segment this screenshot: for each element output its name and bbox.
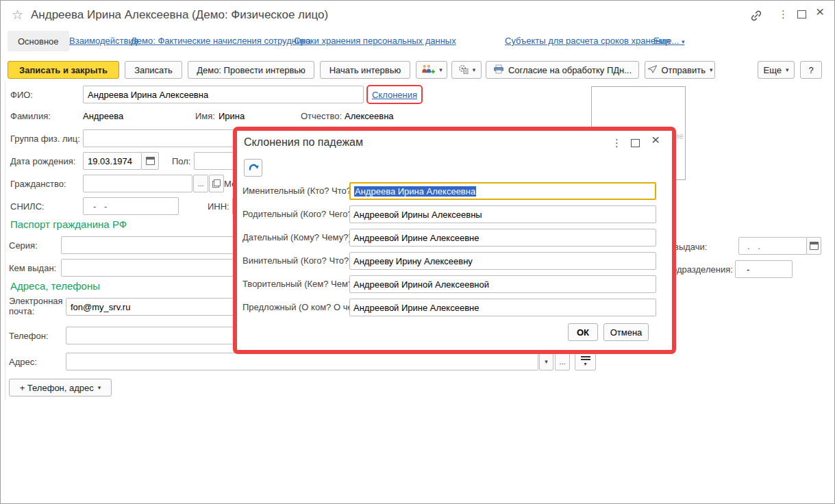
app-window: ☆ Андреева Ирина Алексеевна (Демо: Физич…: [0, 0, 835, 504]
add-contact-label: + Телефон, адрес: [20, 383, 94, 393]
name-label: Имя:: [195, 111, 215, 121]
chevron-down-icon: ▾: [473, 67, 476, 73]
gender-label: Пол:: [172, 156, 191, 166]
tab-main[interactable]: Основное: [8, 31, 69, 51]
case-genitive-input[interactable]: Андреевой Ирины Алексеевны: [349, 205, 656, 223]
address-ellipsis-button[interactable]: ...: [555, 353, 570, 370]
more-label: Еще: [764, 65, 782, 75]
tab-interactions[interactable]: Взаимодействия: [69, 36, 138, 46]
case-accusative-label: Винительный (Кого? Что?):: [242, 255, 354, 266]
save-button[interactable]: Записать: [125, 61, 182, 79]
passport-section-header: Паспорт гражданина РФ: [10, 218, 127, 230]
phone-label: Телефон:: [9, 331, 49, 341]
send-label: Отправить: [662, 65, 706, 75]
address-form-button[interactable]: ▾: [575, 352, 596, 370]
citizenship-input[interactable]: [83, 175, 192, 192]
case-prepositional-input[interactable]: Андреевой Ирине Алексеевне: [349, 299, 656, 316]
chevron-down-icon: ▾: [682, 38, 685, 45]
form-separator: [5, 81, 5, 400]
tab-demo-accruals[interactable]: Демо: Фактические начисления сотрудника: [131, 36, 310, 46]
window-title: Андреева Ирина Алексеевна (Демо: Физичес…: [31, 8, 328, 22]
case-instrumental-label: Творительный (Кем? Чем?):: [242, 279, 358, 289]
selected-text: Андреева Ирина Алексеевна: [354, 186, 476, 197]
start-interview-button[interactable]: Начать интервью: [320, 61, 410, 79]
case-nominative-label: Именительный (Кто? Что?):: [242, 186, 357, 196]
chevron-down-icon: ▾: [545, 359, 548, 365]
ok-button[interactable]: ОК: [568, 323, 598, 341]
close-icon[interactable]: ×: [816, 4, 824, 19]
gear-document-icon: [458, 64, 469, 76]
snils-label: СНИЛС:: [10, 201, 45, 212]
dept-code-label-cut: одразделения:: [672, 264, 733, 275]
address-input[interactable]: [66, 353, 538, 370]
inn-label: ИНН:: [208, 201, 229, 212]
tab-retention-periods[interactable]: Сроки хранения персональных данных: [294, 36, 456, 46]
demo-interview-button[interactable]: Демо: Провести интервью: [188, 61, 314, 79]
snils-mask: - -: [93, 201, 110, 212]
tab-more[interactable]: Еще... ▾: [653, 36, 684, 46]
surname-label: Фамилия:: [10, 111, 51, 121]
patronymic-label: Отчество:: [301, 111, 342, 121]
dialog-close-icon[interactable]: ×: [651, 132, 660, 147]
surname-value: Андреева: [83, 111, 123, 121]
chevron-down-icon: ▾: [439, 67, 443, 73]
save-close-button[interactable]: Записать и закрыть: [8, 61, 119, 79]
issue-date-input[interactable]: . .: [738, 237, 807, 255]
case-nominative-input[interactable]: Андреева Ирина Алексеевна: [349, 182, 656, 200]
refresh-arrow-icon: [247, 161, 260, 175]
tab-retention-subjects[interactable]: Субъекты для расчета сроков хранения: [505, 36, 670, 46]
cancel-button[interactable]: Отмена: [603, 323, 649, 341]
people-add-icon: [421, 64, 435, 77]
address-dropdown-icon[interactable]: ▾: [539, 353, 553, 370]
chevron-down-icon: ▾: [710, 67, 713, 73]
snils-input[interactable]: - -: [83, 197, 179, 215]
fio-input[interactable]: Андреева Ирина Алексеевна: [83, 86, 364, 103]
address-lines-icon: ▾: [581, 356, 590, 367]
calendar-icon[interactable]: [806, 237, 821, 255]
contacts-section-header: Адреса, телефоны: [10, 280, 100, 292]
series-label: Серия:: [9, 240, 38, 251]
dept-code-input[interactable]: -: [735, 260, 793, 278]
issue-date-label-cut: выдачи:: [674, 242, 707, 252]
dialog-title: Склонения по падежам: [244, 136, 363, 149]
declension-link[interactable]: Склонения: [372, 90, 417, 100]
dialog-maximize-icon[interactable]: [631, 139, 640, 147]
send-icon: [647, 64, 658, 76]
name-value: Ирина: [219, 111, 245, 121]
issued-by-label: Кем выдан:: [9, 263, 56, 273]
send-button[interactable]: Отправить ▾: [645, 61, 715, 79]
window-menu-icon[interactable]: ⋮: [778, 6, 788, 23]
case-accusative-input[interactable]: Андрееву Ирину Алексеевну: [349, 252, 656, 270]
chevron-down-icon: ▾: [98, 385, 101, 391]
refill-button[interactable]: [244, 159, 262, 177]
ellipsis-button[interactable]: ...: [193, 175, 208, 192]
fio-label: ФИО:: [10, 90, 33, 100]
add-contact-button[interactable]: + Телефон, адрес ▾: [9, 379, 112, 396]
issue-date-mask: . .: [747, 241, 763, 251]
case-dative-label: Дательный (Кому? Чему?):: [242, 232, 353, 242]
case-genitive-label: Родительный (Кого? Чего?):: [242, 209, 358, 219]
birthdate-label: Дата рождения:: [10, 156, 75, 166]
add-person-button[interactable]: ▾: [416, 61, 447, 79]
chevron-down-icon: ▾: [786, 67, 789, 73]
more-button[interactable]: Еще ▾: [758, 61, 795, 79]
address-label: Адрес:: [9, 357, 37, 367]
templates-button[interactable]: ▾: [451, 61, 482, 79]
case-instrumental-input[interactable]: Андреевой Ириной Алексеевной: [349, 275, 656, 293]
maximize-icon[interactable]: [797, 10, 806, 18]
get-link-icon[interactable]: [749, 9, 763, 25]
email-label: Электронная почта:: [9, 296, 64, 316]
consent-print-button[interactable]: Согласие на обработку ПДн...: [486, 61, 639, 79]
help-button[interactable]: ?: [800, 61, 822, 79]
case-dative-input[interactable]: Андреевой Ирине Алексеевне: [349, 229, 656, 247]
declension-dialog: Склонения по падежам ⋮ × Именительный (К…: [233, 127, 676, 354]
declension-highlight: Склонения: [366, 85, 423, 104]
tab-more-label: Еще...: [653, 36, 679, 46]
dialog-menu-icon[interactable]: ⋮: [612, 135, 622, 151]
open-in-window-icon[interactable]: [209, 175, 224, 192]
favorite-star-icon[interactable]: ☆: [12, 7, 23, 23]
calendar-icon[interactable]: [141, 152, 159, 170]
patronymic-value: Алексеевна: [345, 111, 394, 121]
consent-label: Согласие на обработку ПДн...: [508, 65, 632, 75]
birthdate-input[interactable]: 19.03.1974: [83, 152, 142, 170]
